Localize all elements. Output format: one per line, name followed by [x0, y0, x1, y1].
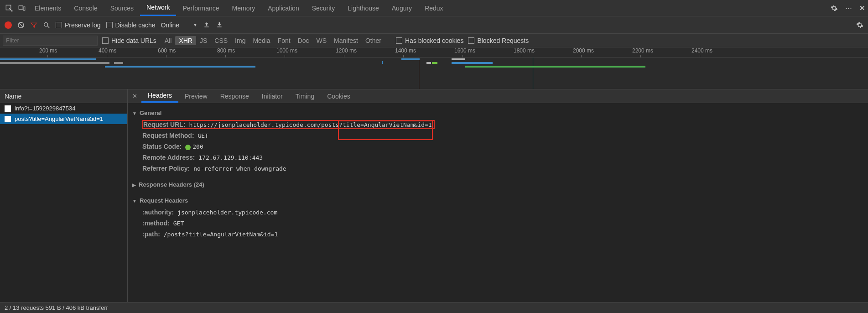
main-split: Name info?t=1592929847534posts?title=Ang… — [0, 89, 868, 302]
network-settings-icon[interactable] — [856, 21, 863, 29]
response-headers-title: Response Headers (24) — [139, 181, 204, 188]
general-section-header[interactable]: ▼General — [130, 107, 865, 119]
tick-label: 2200 ms — [632, 47, 653, 54]
filter-type-xhr[interactable]: XHR — [175, 36, 196, 45]
tick-label: 200 ms — [39, 47, 57, 54]
status-dot-icon — [185, 145, 191, 150]
download-icon[interactable] — [216, 21, 223, 29]
filter-type-media[interactable]: Media — [249, 36, 274, 45]
tab-security[interactable]: Security — [306, 0, 342, 16]
rq-authority-row: :authority: jsonplaceholder.typicode.com — [130, 207, 865, 218]
request-row[interactable]: info?t=1592929847534 — [0, 103, 127, 114]
general-title: General — [140, 110, 161, 116]
svg-line-6 — [47, 26, 49, 28]
has-blocked-cookies-label: Has blocked cookies — [405, 37, 463, 44]
status-code-value: 200 — [192, 143, 203, 150]
remote-address-value: 172.67.129.110:443 — [198, 154, 263, 161]
request-row[interactable]: posts?title=AngularVietNam&id=1 — [0, 114, 127, 124]
rq-authority-label: :authority: — [142, 209, 174, 216]
tick-label: 800 ms — [217, 47, 235, 54]
status-text: 2 / 13 requests 591 B / 406 kB transferr — [5, 304, 108, 311]
device-mode-icon[interactable] — [16, 2, 28, 15]
filter-type-other[interactable]: Other — [362, 36, 385, 45]
tick-label: 2400 ms — [691, 47, 712, 54]
tab-network[interactable]: Network — [140, 0, 176, 16]
request-method-label: Request Method: — [142, 132, 194, 139]
filter-input[interactable] — [3, 36, 98, 46]
request-url-base: https://jsonplaceholder.typicode.com/pos… — [189, 121, 339, 128]
tab-augury[interactable]: Augury — [385, 0, 418, 16]
request-row-label: info?t=1592929847534 — [15, 105, 75, 112]
tab-sources[interactable]: Sources — [104, 0, 140, 16]
throttling-select[interactable]: Online ▼ — [161, 21, 198, 29]
request-list-header: Name — [0, 89, 127, 103]
tab-application[interactable]: Application — [261, 0, 306, 16]
detail-tab-response[interactable]: Response — [214, 89, 255, 103]
tick-label: 1400 ms — [395, 47, 416, 54]
detail-tab-preview[interactable]: Preview — [178, 89, 214, 103]
tab-lighthouse[interactable]: Lighthouse — [341, 0, 385, 16]
document-icon — [5, 105, 11, 112]
filter-icon[interactable] — [30, 21, 37, 29]
triangle-right-icon: ▶ — [132, 183, 136, 188]
devtools-tabbar: ElementsConsoleSourcesNetworkPerformance… — [0, 0, 868, 16]
svg-rect-1 — [19, 5, 23, 9]
rq-path-value: /posts?title=AngularVietNam&id=1 — [164, 231, 278, 238]
request-list: info?t=1592929847534posts?title=AngularV… — [0, 103, 127, 302]
status-code-row: Status Code: 200 — [130, 141, 865, 152]
close-detail-icon[interactable]: ✕ — [128, 93, 141, 99]
remote-address-row: Remote Address: 172.67.129.110:443 — [130, 152, 865, 163]
blocked-requests-checkbox[interactable]: Blocked Requests — [468, 37, 529, 44]
detail-tab-initiator[interactable]: Initiator — [255, 89, 289, 103]
svg-rect-7 — [204, 26, 208, 27]
detail-tab-timing[interactable]: Timing — [289, 89, 321, 103]
search-icon[interactable] — [43, 21, 50, 29]
timeline-overview[interactable]: 200 ms400 ms600 ms800 ms1000 ms1200 ms14… — [0, 47, 868, 89]
clear-icon[interactable] — [17, 21, 25, 29]
tab-redux[interactable]: Redux — [418, 0, 449, 16]
preserve-log-checkbox[interactable]: Preserve log — [56, 21, 101, 29]
inspect-icon[interactable] — [3, 2, 16, 15]
response-headers-section-header[interactable]: ▶Response Headers (24) — [130, 178, 865, 191]
detail-tab-cookies[interactable]: Cookies — [321, 89, 357, 103]
filter-type-js[interactable]: JS — [196, 36, 211, 45]
rq-method-label: :method: — [142, 219, 170, 227]
preserve-log-label: Preserve log — [65, 21, 101, 29]
request-type-tabs: AllXHRJSCSSImgMediaFontDocWSManifestOthe… — [161, 36, 385, 45]
filter-type-ws[interactable]: WS — [313, 36, 331, 45]
more-icon[interactable]: ⋯ — [845, 4, 852, 12]
hide-data-urls-checkbox[interactable]: Hide data URLs — [102, 37, 156, 44]
tab-memory[interactable]: Memory — [226, 0, 262, 16]
throttling-value: Online — [161, 21, 179, 29]
upload-icon[interactable] — [203, 21, 210, 29]
tab-elements[interactable]: Elements — [28, 0, 68, 16]
tick-label: 400 ms — [99, 47, 116, 54]
hide-data-urls-label: Hide data URLs — [111, 37, 156, 44]
referrer-policy-value: no-referrer-when-downgrade — [193, 165, 286, 172]
filter-type-img[interactable]: Img — [231, 36, 249, 45]
detail-tabs: ✕ HeadersPreviewResponseInitiatorTimingC… — [128, 89, 868, 103]
filter-type-manifest[interactable]: Manifest — [330, 36, 362, 45]
has-blocked-cookies-checkbox[interactable]: Has blocked cookies — [396, 37, 463, 44]
rq-method-value: GET — [173, 220, 184, 227]
detail-tab-headers[interactable]: Headers — [141, 89, 178, 103]
filter-type-all[interactable]: All — [161, 36, 176, 45]
blocked-requests-label: Blocked Requests — [477, 37, 529, 44]
filter-type-css[interactable]: CSS — [211, 36, 231, 45]
svg-rect-8 — [217, 26, 221, 27]
triangle-down-icon: ▼ — [132, 198, 137, 203]
tab-performance[interactable]: Performance — [176, 0, 225, 16]
disable-cache-checkbox[interactable]: Disable cache — [106, 21, 156, 29]
tab-console[interactable]: Console — [68, 0, 104, 16]
settings-icon[interactable] — [831, 5, 838, 12]
record-button[interactable] — [5, 21, 12, 29]
panel-tabs: ElementsConsoleSourcesNetworkPerformance… — [28, 0, 450, 16]
close-icon[interactable]: ✕ — [859, 4, 865, 12]
tick-label: 600 ms — [158, 47, 176, 54]
timeline-ruler: 200 ms400 ms600 ms800 ms1000 ms1200 ms14… — [0, 47, 868, 57]
filter-type-font[interactable]: Font — [274, 36, 294, 45]
request-headers-section-header[interactable]: ▼Request Headers — [130, 194, 865, 207]
filter-type-doc[interactable]: Doc — [294, 36, 313, 45]
column-name: Name — [5, 93, 21, 100]
filter-bar: Hide data URLs AllXHRJSCSSImgMediaFontDo… — [0, 34, 868, 47]
